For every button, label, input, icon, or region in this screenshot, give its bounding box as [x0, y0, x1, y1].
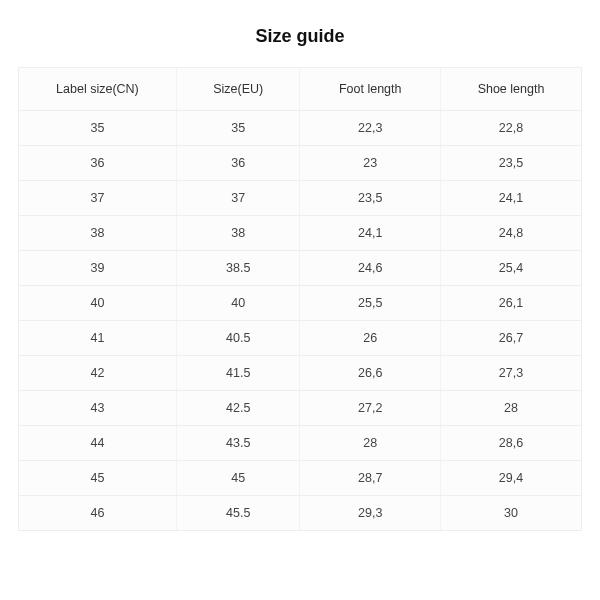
table-body: 353522,322,836362323,5373723,524,1383824…: [19, 111, 581, 531]
table-cell: 28,6: [440, 426, 581, 461]
table-cell: 28: [300, 426, 441, 461]
table-row: 3938.524,625,4: [19, 251, 581, 286]
table-cell: 27,3: [440, 356, 581, 391]
table-cell: 29,3: [300, 496, 441, 531]
table-cell: 44: [19, 426, 176, 461]
table-cell: 35: [19, 111, 176, 146]
table-row: 353522,322,8: [19, 111, 581, 146]
table-cell: 45: [19, 461, 176, 496]
table-cell: 24,1: [300, 216, 441, 251]
table-cell: 35: [176, 111, 300, 146]
table-cell: 24,1: [440, 181, 581, 216]
table-cell: 41.5: [176, 356, 300, 391]
table-cell: 28: [440, 391, 581, 426]
table-cell: 43: [19, 391, 176, 426]
size-table-container: Label size(CN) Size(EU) Foot length Shoe…: [18, 67, 582, 531]
table-cell: 38.5: [176, 251, 300, 286]
table-row: 4140.52626,7: [19, 321, 581, 356]
table-cell: 24,8: [440, 216, 581, 251]
table-row: 36362323,5: [19, 146, 581, 181]
table-cell: 36: [19, 146, 176, 181]
col-header-label-size-cn: Label size(CN): [19, 68, 176, 111]
table-cell: 23: [300, 146, 441, 181]
table-row: 4645.529,330: [19, 496, 581, 531]
table-cell: 42.5: [176, 391, 300, 426]
table-cell: 45: [176, 461, 300, 496]
table-row: 4443.52828,6: [19, 426, 581, 461]
table-cell: 46: [19, 496, 176, 531]
col-header-size-eu: Size(EU): [176, 68, 300, 111]
table-row: 4342.527,228: [19, 391, 581, 426]
table-cell: 38: [19, 216, 176, 251]
table-cell: 26,6: [300, 356, 441, 391]
table-cell: 30: [440, 496, 581, 531]
table-cell: 26,1: [440, 286, 581, 321]
table-cell: 42: [19, 356, 176, 391]
col-header-foot-length: Foot length: [300, 68, 441, 111]
size-table: Label size(CN) Size(EU) Foot length Shoe…: [19, 68, 581, 530]
table-cell: 22,8: [440, 111, 581, 146]
table-cell: 43.5: [176, 426, 300, 461]
table-row: 383824,124,8: [19, 216, 581, 251]
page-title: Size guide: [0, 0, 600, 67]
table-header: Label size(CN) Size(EU) Foot length Shoe…: [19, 68, 581, 111]
table-cell: 37: [176, 181, 300, 216]
table-cell: 40.5: [176, 321, 300, 356]
table-cell: 27,2: [300, 391, 441, 426]
table-cell: 22,3: [300, 111, 441, 146]
table-cell: 36: [176, 146, 300, 181]
table-cell: 25,5: [300, 286, 441, 321]
table-cell: 45.5: [176, 496, 300, 531]
table-cell: 24,6: [300, 251, 441, 286]
table-cell: 40: [176, 286, 300, 321]
table-cell: 29,4: [440, 461, 581, 496]
table-cell: 38: [176, 216, 300, 251]
table-cell: 28,7: [300, 461, 441, 496]
table-row: 4241.526,627,3: [19, 356, 581, 391]
table-cell: 26: [300, 321, 441, 356]
table-row: 373723,524,1: [19, 181, 581, 216]
table-cell: 41: [19, 321, 176, 356]
table-cell: 37: [19, 181, 176, 216]
table-cell: 23,5: [440, 146, 581, 181]
col-header-shoe-length: Shoe length: [440, 68, 581, 111]
table-cell: 39: [19, 251, 176, 286]
table-row: 404025,526,1: [19, 286, 581, 321]
table-row: 454528,729,4: [19, 461, 581, 496]
table-cell: 26,7: [440, 321, 581, 356]
table-cell: 40: [19, 286, 176, 321]
table-cell: 23,5: [300, 181, 441, 216]
table-cell: 25,4: [440, 251, 581, 286]
